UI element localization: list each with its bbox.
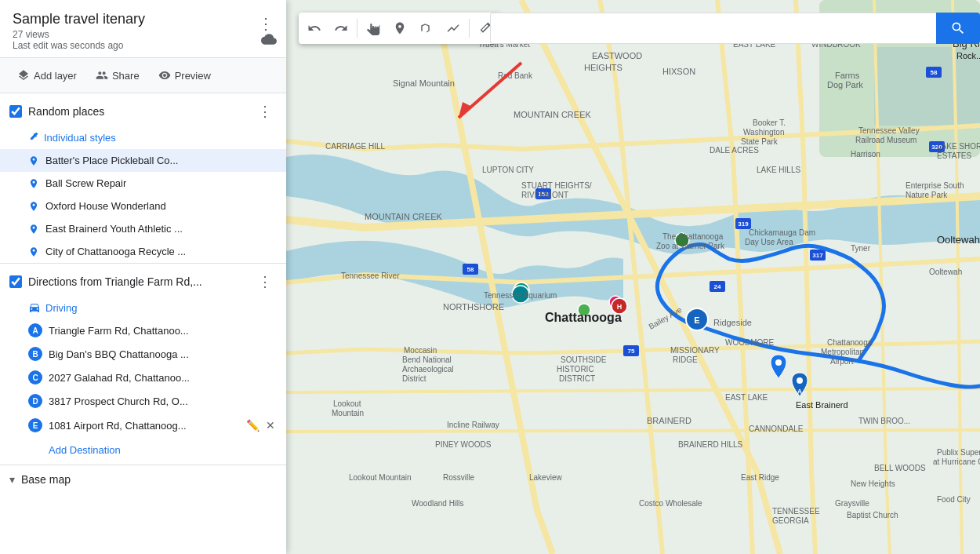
svg-text:STUART HEIGHTS/: STUART HEIGHTS/ [521,181,592,190]
svg-text:Chattanooga: Chattanooga [545,311,622,324]
remove-waypoint-e-button[interactable]: ✕ [264,417,277,433]
add-destination-button[interactable]: Add Destination [49,444,121,456]
svg-text:RIDGE: RIDGE [673,355,698,364]
place-pin-icon [28,246,39,257]
svg-text:Airport: Airport [830,357,854,366]
svg-text:Washington: Washington [743,128,784,137]
map-search-input[interactable] [490,13,936,44]
waypoint-a[interactable]: A Triangle Farm Rd, Chattanoo... [0,319,286,342]
svg-text:Chickamauga Dam: Chickamauga Dam [749,228,815,237]
svg-text:Lookout Mountain: Lookout Mountain [349,473,412,482]
map-area: 58 153 24 75 319 317 58 320 58 E A [286,0,980,554]
line-icon [446,21,460,35]
svg-text:Rossville: Rossville [443,473,474,482]
svg-text:EASTWOOD: EASTWOOD [592,51,642,60]
waypoint-c[interactable]: C 2027 Galahad Rd, Chattanoo... [0,366,286,389]
edit-waypoint-e-button[interactable]: ✏️ [245,417,261,433]
map-search-button[interactable] [936,13,980,44]
waypoint-name-c: 2027 Galahad Rd, Chattanoo... [49,372,277,384]
svg-text:Tyner: Tyner [851,244,871,253]
waypoint-d[interactable]: D 3817 Prospect Church Rd, O... [0,389,286,413]
svg-text:Baptist Church: Baptist Church [847,511,898,519]
layer1-menu-button[interactable]: ⋮ [253,101,277,122]
place-pin-icon [28,178,39,189]
redo-icon [334,21,348,35]
svg-text:Tennessee River: Tennessee River [341,272,400,280]
svg-text:ESTATES: ESTATES [937,151,971,160]
svg-text:New Heights: New Heights [851,479,895,488]
layer-directions: Directions from Triangle Farm Rd,... ⋮ D… [0,264,286,465]
svg-text:Ooltewah: Ooltewah [937,234,980,246]
svg-text:MOUNTAIN CREEK: MOUNTAIN CREEK [365,212,442,221]
layer2-checkbox[interactable] [9,275,22,288]
layer1-style-label[interactable]: Individual styles [44,132,116,144]
map-toolbar [299,13,501,44]
svg-text:BELL WOODS: BELL WOODS [874,464,926,472]
place-item-3[interactable]: East Brainerd Youth Athletic ... [0,217,286,240]
svg-text:Graysville: Graysville [835,499,869,508]
svg-text:Red Bank: Red Bank [498,71,533,80]
marker-icon [393,21,407,35]
undo-button[interactable] [302,16,327,41]
place-item-1[interactable]: Ball Screw Repair [0,172,286,195]
place-item-2[interactable]: Oxford House Wonderland [0,195,286,217]
svg-text:CARRIAGE HILL: CARRIAGE HILL [325,142,386,151]
svg-text:Chattanooga: Chattanooga [827,338,873,347]
waypoint-e[interactable]: E 1081 Airport Rd, Chattanoog... ✏️ ✕ [0,413,286,438]
svg-text:Rock...: Rock... [956,51,980,60]
svg-text:58: 58 [467,266,474,273]
place-name-3: East Brainerd Youth Athletic ... [45,223,183,235]
preview-button[interactable]: Preview [151,64,219,86]
svg-text:RIVERMONT: RIVERMONT [521,191,568,199]
place-item-0[interactable]: Batter's Place Pickleball Co... [0,149,286,172]
marker-button[interactable] [387,16,412,41]
waypoint-name-d: 3817 Prospect Church Rd, O... [49,395,277,407]
share-label: Share [112,70,140,82]
svg-text:NORTHSHORE: NORTHSHORE [443,302,504,312]
layers-icon [17,69,30,82]
layer1-header: Random places ⋮ [0,93,286,129]
pan-button[interactable] [361,16,386,41]
add-layer-button[interactable]: Add layer [9,64,85,86]
svg-text:Day Use Area: Day Use Area [745,238,793,246]
svg-text:Enterprise South: Enterprise South [906,181,964,190]
svg-text:WOODMORE: WOODMORE [725,338,775,347]
basemap-toggle-button[interactable]: ▾ [9,473,15,486]
view-count: 27 views [13,29,274,40]
layer1-checkbox[interactable] [9,105,22,118]
svg-text:HISTORIC: HISTORIC [557,365,594,374]
svg-text:H: H [617,303,622,311]
last-edit: Last edit was seconds ago [13,40,274,51]
svg-text:HIXSON: HIXSON [662,67,695,76]
svg-text:District: District [402,374,426,383]
svg-text:Woodland Hills: Woodland Hills [412,499,464,508]
svg-text:HEIGHTS: HEIGHTS [584,63,622,72]
preview-icon [158,69,171,82]
svg-text:Moccasin: Moccasin [404,346,437,355]
share-icon [96,69,108,82]
svg-text:EAST LAKE: EAST LAKE [725,393,768,402]
svg-text:SOUTHSIDE: SOUTHSIDE [561,355,607,364]
share-button[interactable]: Share [88,64,147,86]
cloud-save-button[interactable] [261,31,277,49]
line-button[interactable] [441,16,466,41]
layer2-menu-button[interactable]: ⋮ [253,272,277,292]
svg-text:BRAINERD: BRAINERD [647,416,691,425]
svg-text:Dog Park: Dog Park [827,80,863,89]
toolbar-separator [357,19,358,38]
svg-text:East Brainerd: East Brainerd [796,400,848,410]
sidebar-header: Sample travel itenary 27 views Last edit… [0,0,286,58]
layer-random-places: Random places ⋮ Individual styles Batter… [0,93,286,264]
waypoint-e-actions: ✏️ ✕ [245,417,277,433]
svg-text:LUPTON CITY: LUPTON CITY [482,166,534,174]
style-icon [28,131,39,144]
svg-point-23 [775,359,782,366]
polygon-button[interactable] [414,16,439,41]
place-name-2: Oxford House Wonderland [45,200,166,212]
svg-text:The Chattanooga: The Chattanooga [662,232,724,241]
waypoint-b[interactable]: B Big Dan's BBQ Chattanooga ... [0,342,286,366]
redo-button[interactable] [328,16,354,41]
svg-text:319: 319 [738,221,749,228]
svg-text:DALE ACRES: DALE ACRES [710,146,759,155]
place-item-4[interactable]: City of Chattanooga Recycle ... [0,240,286,263]
